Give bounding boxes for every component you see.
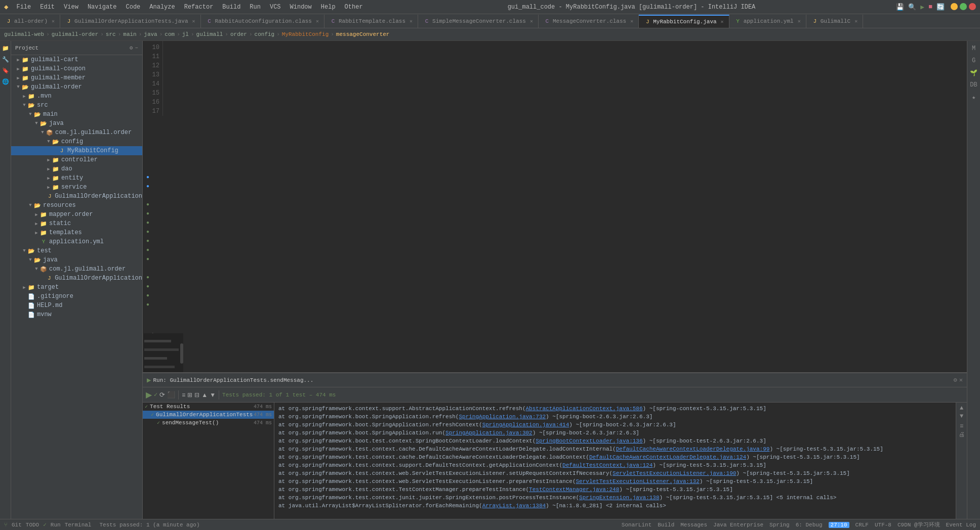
log-link[interactable]: SpringApplication.java:414	[482, 422, 569, 428]
menu-code[interactable]: Code	[121, 3, 144, 12]
tree-item-gulimall-order[interactable]: ▼ 📂 gulimall-order	[11, 82, 142, 92]
tree-item-config[interactable]: ▼ 📂 config	[11, 137, 142, 146]
tree-item-gulimall-coupon[interactable]: ▶ 📁 gulimall-coupon	[11, 64, 142, 73]
menu-vcs[interactable]: VCS	[266, 3, 285, 12]
menu-help[interactable]: Help	[317, 3, 340, 12]
breadcrumb-part[interactable]: gulimall-order	[52, 31, 98, 37]
tree-item-mapper[interactable]: ▶ 📁 mapper.order	[11, 210, 142, 219]
tab-all-order[interactable]: J all-order) ✕	[0, 15, 60, 28]
tree-item-test-app[interactable]: J GulimallOrderApplication	[11, 274, 142, 283]
run-label[interactable]: Run	[51, 522, 61, 528]
gradle-icon[interactable]: G	[968, 55, 979, 66]
tab-close[interactable]: ✕	[52, 18, 55, 24]
sort-button[interactable]: ≡	[182, 391, 185, 399]
crlf-label[interactable]: CRLF	[855, 522, 869, 528]
java-enterprise-label[interactable]: Java Enterprise	[713, 522, 763, 528]
expand-button[interactable]: ⊞	[187, 391, 192, 399]
git-branch-label[interactable]: C9DN @学习环境	[897, 521, 940, 528]
run-close-icon[interactable]: ✕	[959, 376, 963, 384]
tab-my-rabbit-config[interactable]: J MyRabbitConfig.java ✕	[639, 15, 729, 28]
git-label[interactable]: Git	[12, 522, 22, 528]
tab-close[interactable]: ✕	[854, 18, 858, 24]
collapse-button[interactable]: ⊟	[194, 391, 199, 399]
tab-gulimall-tests[interactable]: J GulimallOrderApplicationTests.java ✕	[60, 15, 200, 28]
tab-close[interactable]: ✕	[410, 18, 413, 24]
tree-item-mvn[interactable]: ▶ 📁 .mvn	[11, 92, 142, 101]
filter-icon[interactable]: ≡	[960, 423, 963, 430]
breadcrumb-part[interactable]: src	[106, 31, 116, 37]
sonar-label[interactable]: SonarLint	[622, 522, 651, 528]
tab-close[interactable]: ✕	[192, 18, 195, 24]
next-button[interactable]: ▼	[210, 391, 216, 399]
print-icon[interactable]: 🖨	[959, 431, 965, 438]
stop-button[interactable]: ⬛	[167, 391, 175, 399]
log-link[interactable]: SpringApplication.java:732	[459, 414, 546, 420]
spring-label[interactable]: Spring	[769, 522, 790, 528]
menu-build[interactable]: Build	[218, 3, 244, 12]
log-link[interactable]: ServletTestExecutionListener.java:132	[576, 478, 700, 484]
log-link[interactable]: ArrayList.java:1384	[482, 503, 546, 509]
structure-icon[interactable]: 🔧	[1, 54, 11, 64]
scroll-up-icon[interactable]: ▲	[960, 405, 963, 412]
tree-item-target[interactable]: ▶ 📁 target	[11, 283, 142, 292]
terminal-label[interactable]: Terminal	[65, 522, 92, 528]
breadcrumb-part[interactable]: order	[230, 31, 247, 37]
log-link[interactable]: DefaultCacheAwareContextLoaderDelegate.j…	[616, 446, 770, 452]
favorites-icon[interactable]: ★	[968, 92, 979, 103]
tree-item-myrabbitconfig[interactable]: J MyRabbitConfig	[11, 146, 142, 155]
test-class-item[interactable]: ✓ GulimallOrderApplicationTests 474 ms	[143, 411, 274, 419]
scroll-down-icon[interactable]: ▼	[960, 413, 963, 420]
tree-item-resources[interactable]: ▼ 📂 resources	[11, 201, 142, 210]
ant-icon[interactable]: M	[968, 43, 979, 54]
database-icon[interactable]: DB	[968, 79, 979, 91]
code-editor[interactable]: 10 11 12 13 14 15 16 17 18 19 20 21 22 2…	[143, 41, 967, 372]
tree-item-main[interactable]: ▼ 📂 main	[11, 110, 142, 119]
tree-item-test-java[interactable]: ▼ 📂 java	[11, 255, 142, 264]
tab-rabbit-template[interactable]: C RabbitTemplate.class ✕	[324, 15, 418, 28]
rerun-button[interactable]: ⟳	[159, 391, 165, 399]
encoding-label[interactable]: UTF-8	[875, 522, 891, 528]
tree-item-help[interactable]: 📄 HELP.md	[11, 301, 142, 310]
tree-item-src[interactable]: ▼ 📂 src	[11, 101, 142, 110]
event-log-label[interactable]: Event Log	[946, 522, 976, 528]
build-label[interactable]: Build	[658, 522, 674, 528]
tab-rabbit-autoconfig[interactable]: C RabbitAutoConfiguration.class ✕	[201, 15, 324, 28]
test-method-item[interactable]: ✓ sendMessageTest() 474 ms	[143, 419, 274, 427]
tree-item-static[interactable]: ▶ 📁 static	[11, 219, 142, 228]
minimize-button[interactable]	[951, 3, 958, 10]
test-results-item[interactable]: ✓ Test Results 474 ms	[143, 403, 274, 411]
log-link[interactable]: SpringBootContextLoader.java:136	[536, 438, 642, 444]
tree-item-test[interactable]: ▼ 📂 test	[11, 246, 142, 255]
log-link[interactable]: SpringExtension.java:138	[579, 495, 659, 501]
breadcrumb-part[interactable]: gulimall	[196, 31, 223, 37]
tree-item-gitignore[interactable]: 📄 .gitignore	[11, 292, 142, 301]
tree-item-test-package[interactable]: ▼ 📦 com.jl.gulimall.order	[11, 264, 142, 274]
log-link[interactable]: DefaultTestContext.java:124	[562, 462, 652, 468]
maximize-button[interactable]	[960, 3, 967, 10]
menu-file[interactable]: File	[12, 3, 35, 12]
tree-item-mvnw[interactable]: 📄 mvnw	[11, 310, 142, 319]
breadcrumb-part[interactable]: messageConverter	[336, 31, 390, 37]
breadcrumb-part[interactable]: java	[144, 31, 157, 37]
debug-label[interactable]: 6: Debug	[796, 522, 823, 528]
tab-close[interactable]: ✕	[721, 19, 724, 25]
bookmarks-icon[interactable]: 🔖	[1, 65, 11, 75]
menu-other[interactable]: Other	[341, 3, 367, 12]
tab-simple-message[interactable]: C SimpleMessageConverter.class ✕	[418, 15, 539, 28]
menu-analyze[interactable]: Analyze	[145, 3, 179, 12]
log-link[interactable]: TestContextManager.java:248	[529, 487, 619, 493]
menu-run[interactable]: Run	[246, 3, 265, 12]
log-link[interactable]: SpringApplication.java:302	[445, 430, 533, 436]
breadcrumb-part[interactable]: com	[165, 31, 175, 37]
breadcrumb-part[interactable]: config	[255, 31, 275, 37]
web-icon[interactable]: 🌐	[1, 76, 11, 86]
menu-refactor[interactable]: Refactor	[180, 3, 218, 12]
tree-item-templates[interactable]: ▶ 📁 templates	[11, 228, 142, 237]
tree-item-gulimall-cart[interactable]: ▶ 📁 gulimall-cart	[11, 55, 142, 64]
close-button[interactable]	[969, 3, 976, 10]
spring-icon[interactable]: 🌱	[968, 67, 979, 78]
tab-close[interactable]: ✕	[530, 18, 533, 24]
tab-close[interactable]: ✕	[630, 18, 633, 24]
menu-view[interactable]: View	[60, 3, 83, 12]
prev-button[interactable]: ▲	[201, 391, 208, 399]
